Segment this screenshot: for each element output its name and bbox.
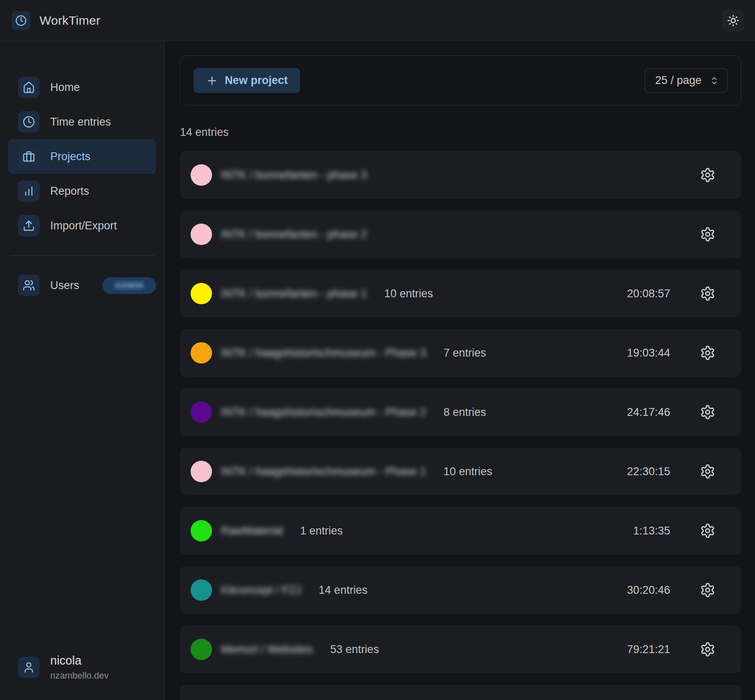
sidebar-item-label: Import/Export — [50, 219, 117, 232]
upload-icon — [18, 215, 40, 236]
project-entries-count: 53 entries — [330, 643, 379, 656]
project-row[interactable]: INTK / bonnefanten - phase 3 — [180, 151, 741, 199]
project-settings-button[interactable] — [700, 345, 715, 361]
projects-toolbar: New project 25 / page — [180, 56, 741, 105]
project-color-dot — [191, 283, 212, 304]
sun-icon — [727, 14, 739, 27]
project-entries-count: 8 entries — [443, 406, 486, 419]
chevrons-up-down-icon — [709, 75, 720, 86]
page-size-value: 25 / page — [655, 74, 701, 87]
app-logo — [12, 11, 30, 30]
clock-icon — [18, 111, 40, 133]
project-settings-button[interactable] — [700, 286, 715, 301]
project-row[interactable]: INTK / bonnefanten - phase 1 10 entries … — [180, 270, 741, 317]
project-name: INTK / bonnefanten - phase 2 — [221, 228, 367, 241]
admin-badge: ADMIN — [103, 277, 156, 294]
project-color-dot — [191, 342, 212, 364]
clock-icon — [15, 15, 27, 26]
user-name: nicola — [50, 654, 109, 667]
project-time-total: 20:08:57 — [627, 287, 670, 300]
user-profile[interactable]: nicola nzambello.dev — [8, 654, 156, 681]
project-settings-button[interactable] — [700, 523, 715, 539]
project-name: INTK / haagshistorischmuseum - Phase 2 — [221, 406, 426, 419]
sidebar-item-import-export[interactable]: Import/Export — [8, 208, 156, 243]
project-color-dot — [191, 401, 212, 423]
project-row[interactable]: INTK / haagshistorischmuseum - Phase 2 8… — [180, 388, 741, 436]
sidebar-item-label: Users — [50, 279, 79, 292]
plus-icon — [206, 75, 218, 87]
project-settings-button[interactable] — [700, 582, 715, 598]
project-settings-button[interactable] — [700, 464, 715, 479]
gear-icon — [700, 404, 715, 420]
project-name: INTK / haagshistorischmuseum - Phase 1 — [221, 465, 426, 478]
project-name: INTK / haagshistorischmuseum - Phase 3 — [221, 347, 426, 359]
project-name: INTK / bonnefanten - phase 3 — [221, 169, 367, 182]
project-time-total: 79:21:21 — [627, 643, 670, 656]
project-entries-count: 14 entries — [319, 584, 368, 597]
gear-icon — [700, 642, 715, 657]
gear-icon — [700, 464, 715, 479]
theme-toggle-button[interactable] — [722, 9, 744, 32]
gear-icon — [700, 226, 715, 242]
project-time-total: 30:20:46 — [627, 584, 670, 597]
project-settings-button[interactable] — [700, 226, 715, 242]
project-entries-count: 10 entries — [384, 287, 433, 300]
project-entries-count: 7 entries — [443, 347, 486, 359]
gear-icon — [700, 286, 715, 301]
gear-icon — [700, 345, 715, 361]
entries-count: 14 entries — [180, 126, 741, 139]
new-project-label: New project — [225, 74, 288, 87]
topbar: WorkTimer — [0, 0, 755, 41]
project-row[interactable] — [180, 685, 741, 700]
project-row[interactable]: Kitconcept / FZJ 14 entries 30:20:46 — [180, 566, 741, 614]
app-title: WorkTimer — [40, 14, 100, 28]
project-row[interactable]: INTK / bonnefanten - phase 2 — [180, 210, 741, 258]
project-color-dot — [191, 224, 212, 245]
gear-icon — [700, 582, 715, 598]
sidebar-divider — [10, 255, 154, 256]
project-list: INTK / bonnefanten - phase 3 INTK / bonn… — [180, 151, 741, 700]
project-time-total: 22:30:15 — [627, 465, 670, 478]
sidebar-item-time-entries[interactable]: Time entries — [8, 105, 156, 139]
project-row[interactable]: Memori / Websites 53 entries 79:21:21 — [180, 625, 741, 673]
page-size-select[interactable]: 25 / page — [645, 68, 727, 93]
project-color-dot — [191, 579, 212, 601]
user-domain: nzambello.dev — [50, 670, 109, 681]
sidebar-item-label: Time entries — [50, 116, 111, 128]
new-project-button[interactable]: New project — [193, 68, 300, 93]
users-icon — [18, 275, 40, 296]
project-name: RawMaterial — [221, 525, 283, 537]
project-color-dot — [191, 164, 212, 186]
sidebar-item-reports[interactable]: Reports — [8, 174, 156, 208]
project-settings-button[interactable] — [700, 167, 715, 183]
sidebar-item-projects[interactable]: Projects — [8, 139, 156, 174]
project-row[interactable]: INTK / haagshistorischmuseum - Phase 1 1… — [180, 448, 741, 495]
gear-icon — [700, 523, 715, 539]
project-settings-button[interactable] — [700, 404, 715, 420]
project-settings-button[interactable] — [700, 642, 715, 657]
project-color-dot — [191, 520, 212, 541]
project-time-total: 24:17:46 — [627, 406, 670, 419]
sidebar-item-home[interactable]: Home — [8, 70, 156, 105]
admin-badge-label: ADMIN — [115, 281, 144, 290]
project-row[interactable]: INTK / haagshistorischmuseum - Phase 3 7… — [180, 329, 741, 377]
project-color-dot — [191, 698, 212, 700]
project-row[interactable]: RawMaterial 1 entries 1:13:35 — [180, 507, 741, 555]
sidebar-item-users[interactable]: Users ADMIN — [8, 268, 156, 303]
project-time-total: 1:13:35 — [633, 525, 670, 537]
project-entries-count: 1 entries — [300, 525, 343, 537]
project-entries-count: 10 entries — [443, 465, 492, 478]
project-color-dot — [191, 461, 212, 482]
project-name: INTK / bonnefanten - phase 1 — [221, 287, 367, 300]
project-time-total: 19:03:44 — [627, 347, 670, 359]
home-icon — [18, 77, 40, 98]
user-icon — [23, 661, 35, 674]
project-name: Kitconcept / FZJ — [221, 584, 301, 597]
sidebar-item-label: Projects — [50, 150, 91, 163]
project-name: Memori / Websites — [221, 643, 313, 656]
main-content: New project 25 / page 14 entries INTK / … — [165, 41, 755, 700]
bar-chart-icon — [18, 180, 40, 202]
sidebar: Home Time entries Projects Reports Impor — [0, 41, 165, 700]
sidebar-item-label: Reports — [50, 185, 89, 198]
sidebar-item-label: Home — [50, 81, 80, 94]
